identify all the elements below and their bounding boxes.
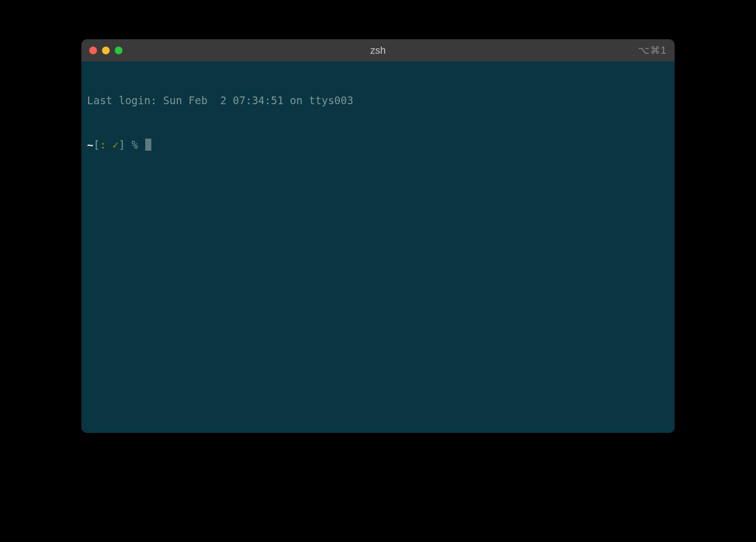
prompt-open-bracket: [ (93, 137, 99, 152)
check-icon: ✓ (113, 137, 119, 152)
tab-shortcut-indicator: ⌥⌘1 (638, 44, 667, 57)
last-login-line: Last login: Sun Feb 2 07:34:51 on ttys00… (87, 93, 669, 108)
minimize-button[interactable] (102, 47, 110, 54)
window-title: zsh (81, 45, 675, 57)
titlebar: zsh ⌥⌘1 (81, 39, 675, 62)
maximize-button[interactable] (115, 47, 122, 54)
prompt-space3 (138, 137, 144, 152)
prompt-line: ~[: ✓] % (87, 137, 669, 152)
prompt-space2 (125, 137, 131, 152)
prompt-close-bracket: ] (119, 137, 125, 152)
prompt-space (106, 137, 112, 152)
prompt-cwd: ~ (87, 137, 93, 152)
prompt-colon: : (100, 137, 106, 152)
terminal-content[interactable]: Last login: Sun Feb 2 07:34:51 on ttys00… (81, 62, 675, 433)
prompt-symbol: % (131, 137, 137, 152)
terminal-window: zsh ⌥⌘1 Last login: Sun Feb 2 07:34:51 o… (81, 39, 675, 433)
traffic-lights (89, 47, 122, 54)
cursor (145, 139, 151, 151)
close-button[interactable] (89, 47, 97, 54)
